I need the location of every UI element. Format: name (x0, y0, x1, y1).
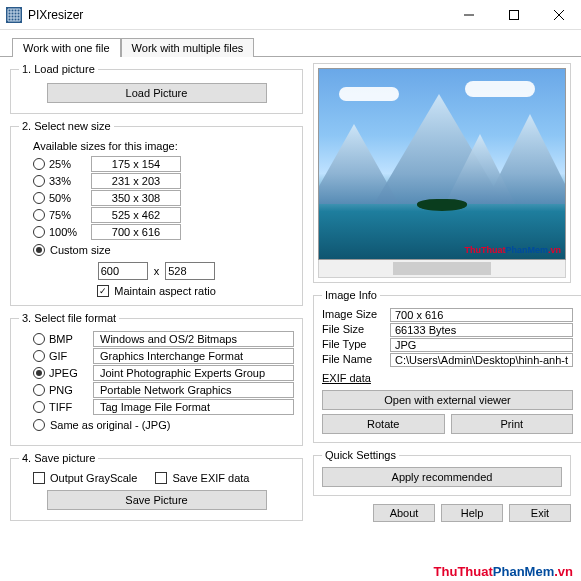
imageinfo-legend: Image Info (322, 289, 380, 301)
format-bmp-radio[interactable] (33, 333, 45, 345)
size-75-radio[interactable] (33, 209, 45, 221)
custom-size-radio[interactable] (33, 244, 45, 256)
format-png-radio[interactable] (33, 384, 45, 396)
format-gif-radio[interactable] (33, 350, 45, 362)
section4-legend: 4. Save picture (19, 452, 98, 464)
section-select-size: 2. Select new size Available sizes for t… (10, 120, 303, 306)
size-50-radio[interactable] (33, 192, 45, 204)
tab-one-file[interactable]: Work with one file (12, 38, 121, 57)
section1-legend: 1. Load picture (19, 63, 98, 75)
section-file-format: 3. Select file format BMPWindows and OS/… (10, 312, 303, 446)
section2-legend: 2. Select new size (19, 120, 114, 132)
custom-width-input[interactable] (98, 262, 148, 280)
section3-legend: 3. Select file format (19, 312, 119, 324)
print-button[interactable]: Print (451, 414, 574, 434)
save-exif-checkbox[interactable] (155, 472, 167, 484)
help-button[interactable]: Help (441, 504, 503, 522)
about-button[interactable]: About (373, 504, 435, 522)
svg-rect-2 (509, 10, 518, 19)
maintain-aspect-label: Maintain aspect ratio (114, 285, 216, 297)
info-image-size: 700 x 616 (390, 308, 573, 322)
rotate-button[interactable]: Rotate (322, 414, 445, 434)
info-file-name: C:\Users\Admin\Desktop\hinh-anh-t (390, 353, 573, 367)
quick-legend: Quick Settings (322, 449, 399, 461)
open-external-button[interactable]: Open with external viewer (322, 390, 573, 410)
window-title: PIXresizer (28, 8, 446, 22)
minimize-button[interactable] (446, 0, 491, 29)
section-save-picture: 4. Save picture Output GrayScale Save EX… (10, 452, 303, 521)
maximize-button[interactable] (491, 0, 536, 29)
close-button[interactable] (536, 0, 581, 29)
info-file-size: 66133 Bytes (390, 323, 573, 337)
format-jpeg-radio[interactable] (33, 367, 45, 379)
apply-recommended-button[interactable]: Apply recommended (322, 467, 562, 487)
grayscale-checkbox[interactable] (33, 472, 45, 484)
preview-watermark: ThuThuatPhanMem.vn (464, 245, 561, 255)
section-load-picture: 1. Load picture Load Picture (10, 63, 303, 114)
image-preview-frame: ThuThuatPhanMem.vn (313, 63, 571, 283)
image-preview: ThuThuatPhanMem.vn (318, 68, 566, 260)
size-25-radio[interactable] (33, 158, 45, 170)
page-watermark: ThuThuatPhanMem.vn (434, 564, 573, 579)
size-100-radio[interactable] (33, 226, 45, 238)
format-same-radio[interactable] (33, 419, 45, 431)
tab-multiple-files[interactable]: Work with multiple files (121, 38, 255, 57)
section-quick-settings: Quick Settings Apply recommended (313, 449, 571, 496)
save-picture-button[interactable]: Save Picture (47, 490, 267, 510)
custom-height-input[interactable] (165, 262, 215, 280)
available-sizes-label: Available sizes for this image: (33, 140, 294, 152)
info-file-type: JPG (390, 338, 573, 352)
format-tiff-radio[interactable] (33, 401, 45, 413)
maintain-aspect-checkbox[interactable] (97, 285, 109, 297)
exit-button[interactable]: Exit (509, 504, 571, 522)
preview-scrollbar[interactable] (318, 260, 566, 278)
section-image-info: Image Info Image Size700 x 616 File Size… (313, 289, 581, 443)
load-picture-button[interactable]: Load Picture (47, 83, 267, 103)
app-icon (6, 7, 22, 23)
exif-data-link[interactable]: EXIF data (322, 372, 371, 384)
size-33-radio[interactable] (33, 175, 45, 187)
